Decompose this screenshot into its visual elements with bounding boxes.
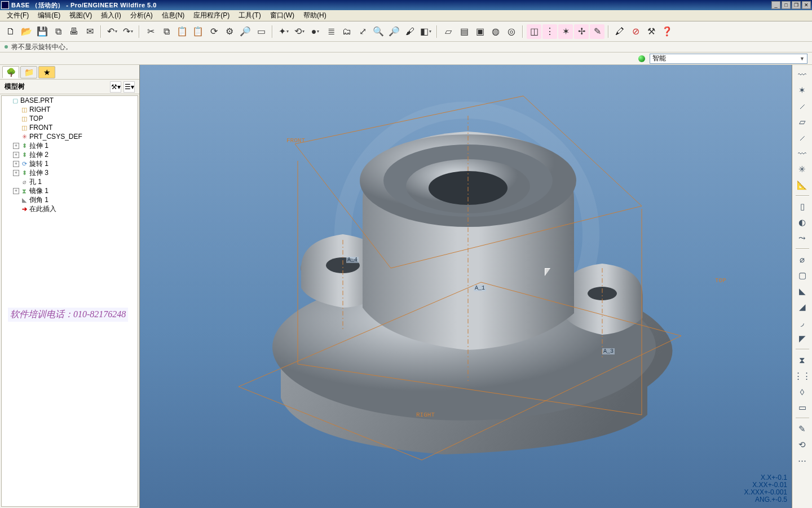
datum-plane-toggle-icon[interactable]: ◫ [527,24,541,39]
revolve-icon[interactable]: ◐ [795,215,810,230]
shaded-icon[interactable]: ◍ [488,24,503,39]
regenerate-icon[interactable]: ⟳ [206,24,221,39]
spin-center-icon[interactable]: ✦ [276,24,291,39]
regen-manager-icon[interactable]: ⚙ [222,24,237,39]
more-icon[interactable]: ⋯ [795,453,810,468]
tree-node[interactable]: +⬍拉伸 2 [2,150,138,159]
maximize-button[interactable]: □ [782,1,791,9]
email-icon[interactable]: ✉ [82,24,97,39]
close-button[interactable]: ✕ [802,1,811,9]
extrude-icon[interactable]: ▯ [795,199,810,214]
menu-item[interactable]: 窗口(W) [266,10,299,21]
sketch-icon[interactable]: 〰 [795,67,810,82]
datum-curve-icon[interactable]: ⟋ [795,130,810,145]
menu-item[interactable]: 信息(N) [157,10,189,21]
save-icon[interactable]: 💾 [35,24,50,39]
datum-plane-icon[interactable]: ▱ [795,115,810,129]
mirror-icon[interactable]: ⧗ [795,353,810,367]
model-tree[interactable]: ▢BASE.PRT◫RIGHT◫TOP◫FRONT✳PRT_CSYS_DEF+⬍… [1,95,138,507]
redo-button[interactable]: ↷ [121,24,135,39]
cut-icon[interactable]: ✂ [143,24,158,39]
boundary-icon[interactable]: ▭ [795,400,810,415]
orient-icon[interactable]: ⟲ [292,24,307,39]
hole-icon[interactable]: ⌀ [795,252,810,267]
menu-item[interactable]: 分析(A) [126,10,157,21]
minimize-button[interactable]: _ [771,1,780,9]
enhanced-icon[interactable]: ◎ [504,24,519,39]
datum-point-icon[interactable]: ✶ [795,83,810,98]
color-icon[interactable]: 🖍 [612,24,627,39]
menu-item[interactable]: 编辑(E) [33,10,65,21]
analysis-icon[interactable]: 📐 [795,178,810,192]
paste-icon[interactable]: 📋 [175,24,189,39]
menu-item[interactable]: 应用程序(P) [189,10,234,21]
zoom-in-icon[interactable]: 🔍 [371,24,386,39]
menu-item[interactable]: 视图(V) [65,10,96,21]
tree-node[interactable]: +⬍拉伸 1 [2,141,138,150]
tree-node[interactable]: +⟳旋转 1 [2,159,138,168]
tree-node[interactable]: ✳PRT_CSYS_DEF [2,132,138,141]
settings-icon[interactable]: ⚒ [644,24,659,39]
style-icon[interactable]: ✎ [795,422,810,436]
save-copy-icon[interactable]: ⧉ [51,24,65,39]
wireframe-icon[interactable]: ▱ [441,24,456,39]
stop-icon[interactable]: ⊘ [628,24,643,39]
tree-settings-icon[interactable]: ⚒▾ [110,81,121,93]
blend-icon[interactable]: ◊ [795,384,810,399]
tree-node[interactable]: ◫FRONT [2,123,138,132]
help-icon[interactable]: ❓ [660,24,674,39]
folder-tab[interactable]: 📁 [20,66,37,78]
menu-item[interactable]: 帮助(H) [299,10,331,21]
selection-filter-dropdown[interactable]: 智能 ▼ [650,54,807,64]
new-file-icon[interactable]: 🗋 [3,24,18,39]
select-icon[interactable]: ▭ [254,24,268,39]
paste-special-icon[interactable]: 📋 [191,24,205,39]
find-icon[interactable]: 🔎 [238,24,253,39]
hidden-line-icon[interactable]: ▤ [457,24,471,39]
tree-node[interactable]: ◫TOP [2,114,138,123]
pattern-icon[interactable]: ⋮⋮ [795,369,810,383]
menu-item[interactable]: 文件(F) [2,10,33,21]
shell-icon[interactable]: ▢ [795,268,810,283]
view-mode-icon[interactable]: ◧ [418,24,433,39]
undo-button[interactable]: ↶ [105,24,120,39]
repaint-icon[interactable]: 🖌 [403,24,417,39]
layers-icon[interactable]: ≣ [324,24,338,39]
datum-axis-icon[interactable]: ⟋ [795,99,810,113]
favorites-tab[interactable]: ★ [38,66,55,78]
datum-axis-toggle-icon[interactable]: ⋮ [542,24,557,39]
datum-csys-toggle-icon[interactable]: ✢ [574,24,589,39]
tree-node[interactable]: ⌀孔 1 [2,177,138,186]
no-hidden-icon[interactable]: ▣ [473,24,487,39]
model-tree-tab[interactable]: 🌳 [2,66,19,78]
refit-icon[interactable]: ⤢ [355,24,370,39]
tree-node[interactable]: ➔在此插入 [2,204,138,213]
chamfer-icon[interactable]: ◤ [795,331,810,346]
tree-node[interactable]: ◫RIGHT [2,105,138,114]
tree-node[interactable]: ◣倒角 1 [2,195,138,204]
menu-item[interactable]: 插入(I) [96,10,125,21]
menu-item[interactable]: 工具(T) [234,10,265,21]
datum-csys-crt-icon[interactable]: 〰 [795,146,810,161]
tree-node[interactable]: +⬍拉伸 3 [2,168,138,177]
graphics-area[interactable]: FRONT TOP RIGHT A_1 A_4 A_3 X.X+-0.1 X.X… [140,65,792,508]
restyle-icon[interactable]: ⟲ [795,437,810,452]
tree-node[interactable]: ▢BASE.PRT [2,96,138,105]
rib-icon[interactable]: ◣ [795,284,810,299]
copy-icon[interactable]: ⧉ [159,24,174,39]
open-file-icon[interactable]: 📂 [19,24,34,39]
feat-icon: ⬍ [20,142,28,149]
zoom-out-icon[interactable]: 🔎 [387,24,401,39]
reference-icon[interactable]: ✳ [795,162,810,177]
tree-show-icon[interactable]: ☰▾ [123,81,135,93]
draft-icon[interactable]: ◢ [795,300,810,314]
sweep-icon[interactable]: ⤳ [795,231,810,246]
annotation-toggle-icon[interactable]: ✎ [590,24,604,39]
appearance-icon[interactable]: ● [308,24,323,39]
print-icon[interactable]: 🖶 [67,24,81,39]
tree-node[interactable]: +⧗镜像 1 [2,186,138,195]
round-icon[interactable]: ◞ [795,316,810,330]
datum-point-toggle-icon[interactable]: ✶ [558,24,573,39]
restore-button[interactable]: ❐ [792,1,801,9]
view-manager-icon[interactable]: 🗂 [339,24,354,39]
